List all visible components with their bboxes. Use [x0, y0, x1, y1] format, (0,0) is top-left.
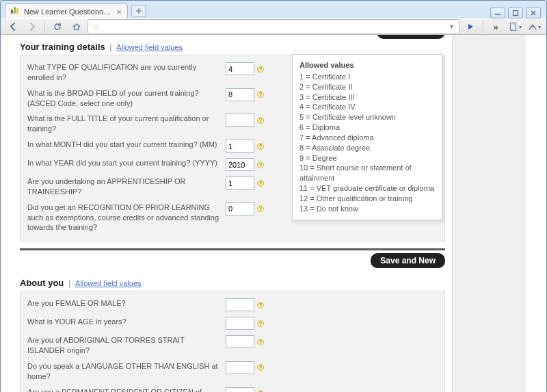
answer-input[interactable] — [226, 177, 254, 190]
answer-input[interactable] — [226, 88, 254, 101]
input-wrap: ? — [226, 114, 264, 127]
question-label: What TYPE OF QUALIFICATION are you curre… — [27, 62, 226, 83]
tab-title: New Learner Questionnaire... — [24, 8, 113, 16]
minimize-button[interactable] — [490, 8, 505, 18]
window-controls — [490, 6, 544, 18]
question-label: What is YOUR AGE in years? — [27, 317, 226, 327]
answer-input[interactable] — [226, 158, 254, 171]
answer-input[interactable] — [226, 202, 254, 215]
training-details-section: Your training details | Allowed field va… — [20, 39, 445, 241]
page-body: Your training details | Allowed field va… — [1, 35, 452, 392]
question-row: What is YOUR AGE in years?? — [27, 314, 438, 332]
input-wrap: ? — [226, 62, 264, 75]
question-row: Do you speak a LANGUAGE OTHER THAN ENGLI… — [27, 358, 438, 384]
question-row: Are you of ABORIGINAL OR TORRES STRAIT I… — [27, 332, 438, 358]
button-row: Save and New — [20, 253, 445, 268]
help-icon[interactable]: ? — [257, 339, 264, 345]
help-icon[interactable]: ? — [257, 302, 264, 309]
question-label: Are you of ABORIGINAL OR TORRES STRAIT I… — [27, 335, 226, 356]
tooltip-line: 10 = Short course or statement of attain… — [299, 163, 435, 183]
save-and-new-button[interactable]: Save and New — [371, 253, 445, 268]
section-heading: Your training details | Allowed field va… — [20, 39, 445, 55]
input-wrap: ? — [226, 88, 264, 101]
allowed-values-link[interactable]: Allowed field values — [116, 43, 183, 51]
answer-input[interactable] — [226, 62, 254, 75]
question-label: Did you get an RECOGNITION OF PRIOR LEAR… — [27, 202, 226, 233]
tooltip-line: 7 = Advanced diploma — [299, 133, 435, 143]
tooltip-line: 2 = Certificate II — [299, 82, 435, 92]
input-wrap: ? — [226, 202, 264, 215]
allowed-values-link[interactable]: Allowed field values — [75, 279, 142, 287]
input-wrap: ? — [226, 140, 264, 153]
url-bar[interactable]: ☆ ▼ — [88, 19, 459, 34]
about-you-section: About you | Allowed field values Are you… — [20, 275, 445, 392]
home-button[interactable] — [68, 19, 85, 34]
forward-button[interactable] — [24, 19, 40, 34]
titlebar: New Learner Questionnaire... ✕ — [1, 1, 546, 18]
bookmark-star-icon[interactable]: ☆ — [92, 22, 101, 32]
question-label: In what MONTH did you start your current… — [27, 140, 226, 150]
answer-input[interactable] — [226, 317, 254, 330]
viewport: Your training details | Allowed field va… — [1, 35, 546, 392]
browser-window: New Learner Questionnaire... ✕ ☆ — [0, 0, 547, 392]
close-window-button[interactable] — [526, 8, 541, 18]
answer-input[interactable] — [226, 298, 254, 311]
form-block: Are you FEMALE OR MALE??What is YOUR AGE… — [20, 291, 445, 392]
svg-rect-0 — [513, 11, 518, 16]
more-button[interactable]: » — [488, 19, 504, 34]
close-icon[interactable]: ✕ — [116, 8, 122, 16]
allowed-values-tooltip: Allowed values 1 = Certificate I2 = Cert… — [292, 54, 442, 220]
answer-input[interactable] — [226, 114, 254, 127]
go-button[interactable] — [462, 19, 479, 34]
new-tab-button[interactable] — [131, 5, 146, 17]
browser-tab[interactable]: New Learner Questionnaire... ✕ — [5, 3, 128, 18]
input-wrap: ? — [226, 177, 264, 190]
answer-input[interactable] — [226, 361, 254, 374]
input-wrap: ? — [226, 298, 264, 311]
help-icon[interactable]: ? — [257, 143, 264, 150]
help-icon[interactable]: ? — [257, 66, 264, 73]
question-row: Are you FEMALE OR MALE?? — [27, 296, 438, 314]
page-menu-button[interactable]: ▾ — [507, 19, 523, 34]
tooltip-line: 5 = Certificate level unknown — [299, 112, 435, 122]
tooltip-line: 6 = Diploma — [299, 122, 435, 133]
tooltip-line: 13 = Do not know — [299, 204, 435, 214]
input-wrap: ? — [226, 387, 264, 392]
input-wrap: ? — [226, 335, 264, 348]
question-label: Are you undertaking an APPRENTICESHIP OR… — [27, 177, 226, 197]
toolbar: ☆ ▼ » ▾ ▾ — [1, 18, 546, 35]
question-label: Do you speak a LANGUAGE OTHER THAN ENGLI… — [27, 361, 226, 382]
tooltip-line: 9 = Degree — [299, 153, 435, 164]
help-icon[interactable]: ? — [257, 320, 264, 327]
tooltip-line: 1 = Certificate I — [299, 72, 435, 82]
page-scroll[interactable]: Your training details | Allowed field va… — [1, 35, 546, 392]
url-input[interactable] — [105, 23, 444, 31]
section-title: Your training details — [20, 42, 105, 52]
help-icon[interactable]: ? — [257, 117, 264, 124]
question-label: What is the FULL TITLE of your current q… — [27, 114, 226, 134]
question-row: Are you a PERMANENT RESIDENT OR CITIZEN … — [27, 384, 438, 392]
answer-input[interactable] — [226, 140, 254, 153]
back-button[interactable] — [5, 19, 21, 34]
chart-bars-icon — [11, 7, 21, 16]
tooltip-line: 11 = VET graduate certificate or diploma — [299, 183, 435, 194]
help-icon[interactable]: ? — [257, 364, 264, 371]
input-wrap: ? — [226, 361, 264, 374]
help-icon[interactable]: ? — [257, 161, 264, 168]
answer-input[interactable] — [226, 335, 254, 348]
right-column — [452, 35, 526, 392]
reload-button[interactable] — [49, 19, 66, 34]
question-label: Are you a PERMANENT RESIDENT OR CITIZEN … — [27, 387, 226, 392]
help-icon[interactable]: ? — [257, 205, 264, 212]
answer-input[interactable] — [226, 387, 254, 392]
settings-menu-button[interactable]: ▾ — [526, 19, 542, 34]
section-heading: About you | Allowed field values — [20, 275, 445, 291]
dropdown-icon[interactable]: ▼ — [449, 23, 455, 30]
question-label: Are you FEMALE OR MALE? — [27, 298, 226, 309]
tooltip-line: 4 = Certificate IV — [299, 102, 435, 112]
help-icon[interactable]: ? — [257, 91, 264, 98]
section-title: About you — [20, 278, 64, 288]
maximize-button[interactable] — [508, 8, 523, 18]
help-icon[interactable]: ? — [257, 180, 264, 187]
input-wrap: ? — [226, 158, 264, 171]
